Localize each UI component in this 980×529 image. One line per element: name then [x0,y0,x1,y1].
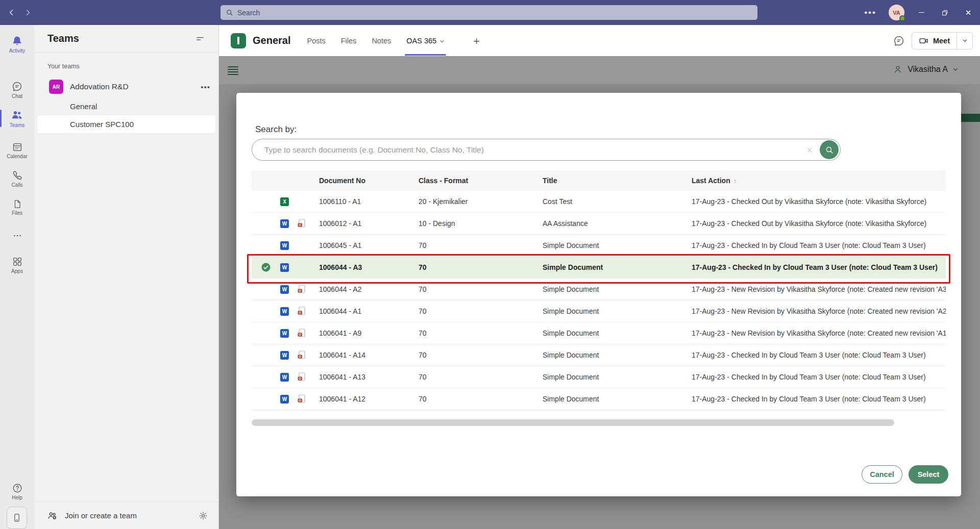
conversation-button[interactable] [892,34,905,47]
search-by-label: Search by: [255,124,297,135]
global-search-box[interactable] [220,5,757,20]
class-format-cell: 70 [419,373,543,381]
class-format-cell: 70 [419,241,543,249]
rail-item-activity[interactable]: Activity [0,31,34,58]
doc-no-cell: 1006110 - A1 [319,197,419,206]
tab-posts[interactable]: Posts [307,25,325,56]
minimize-button[interactable] [910,0,933,25]
last-action-cell: 17-Aug-23 - New Revision by Vikasitha Sk… [692,329,946,337]
rail-item-help[interactable]: Help [0,478,34,505]
titlebar-more-button[interactable]: ••• [857,8,884,18]
rail-item-calendar[interactable]: Calendar [0,137,34,163]
table-row[interactable]: W 1006012 - A1 10 - Design AA Assistance… [252,213,946,235]
table-row[interactable]: W 1006041 - A13 70 Simple Document 17-Au… [252,366,946,388]
select-button[interactable]: Select [909,465,948,484]
presence-available-dot [899,15,905,21]
rail-item-more[interactable] [0,227,34,244]
rail-item-chat[interactable]: Chat [0,77,34,103]
word-file-icon: W [280,395,289,404]
file-icons-cell: W [252,241,319,250]
help-icon [12,483,23,494]
clear-search-icon[interactable]: × [799,145,820,155]
scrollbar-thumb[interactable] [252,419,894,426]
cancel-button[interactable]: Cancel [862,465,902,484]
document-search-box: × [252,139,841,161]
table-row[interactable]: W 1006044 - A1 70 Simple Document 17-Aug… [252,300,946,322]
file-icons-cell: W [252,263,319,272]
meet-options-button[interactable] [957,33,972,49]
title-cell: Simple Document [543,373,692,381]
forward-button[interactable] [19,5,36,21]
table-row[interactable]: W 1006041 - A14 70 Simple Document 17-Au… [252,344,946,366]
column-header-title[interactable]: Title [543,177,692,185]
pdf-file-icon [297,394,306,404]
filter-button[interactable] [193,32,207,46]
file-icons-cell: W [252,329,319,338]
rail-item-teams[interactable]: Teams [0,105,34,132]
pdf-file-icon [297,372,306,382]
table-row[interactable]: W 1006045 - A1 70 Simple Document 17-Aug… [252,235,946,257]
channel-item-general[interactable]: General [37,97,215,115]
column-header-class-format[interactable]: Class - Format [419,177,543,185]
filter-icon [195,34,205,44]
file-icons-cell: W [252,350,319,360]
gear-icon [198,511,208,521]
tab-oas-365[interactable]: OAS 365 [406,25,445,56]
channel-item-customer-spc100[interactable]: Customer SPC100 [37,115,215,133]
doc-no-cell: 1006041 - A13 [319,373,419,381]
meet-split-button: Meet [912,32,973,49]
rail-item-calls[interactable]: Calls [0,165,34,192]
last-action-cell: 17-Aug-23 - New Revision by Vikasitha Sk… [692,285,946,293]
tab-notes[interactable]: Notes [372,25,391,56]
pdf-file-icon [297,219,306,228]
doc-no-cell: 1006041 - A9 [319,329,419,337]
doc-no-cell: 1006044 - A3 [319,263,419,271]
class-format-cell: 70 [419,307,543,315]
file-icons-cell: W [252,285,319,294]
calendar-icon [12,141,23,153]
table-row[interactable]: X 1006110 - A1 20 - Kjemikalier Cost Tes… [252,191,946,213]
search-icon [825,145,834,155]
doc-no-cell: 1006041 - A14 [319,351,419,359]
camera-icon [919,36,929,46]
team-row-addovation[interactable]: AR Addovation R&D ••• [34,76,218,97]
title-cell: Simple Document [543,241,692,249]
document-search-input[interactable] [252,145,799,155]
mobile-app-button[interactable] [7,507,27,529]
back-button[interactable] [3,5,19,21]
class-format-cell: 70 [419,395,543,403]
user-avatar[interactable]: VA [889,5,904,20]
tab-files[interactable]: Files [341,25,357,56]
join-or-create-label[interactable]: Join or create a team [65,511,191,520]
manage-teams-button[interactable] [198,511,208,521]
search-button[interactable] [820,140,839,159]
table-row[interactable]: W 1006041 - A12 70 Simple Document 17-Au… [252,388,946,410]
column-header-document-no[interactable]: Document No [319,177,419,185]
meet-button[interactable]: Meet [912,33,957,49]
teams-sidebar: Teams Your teams AR Addovation R&D ••• G… [34,25,219,529]
channel-header-actions: Meet [892,25,973,56]
column-header-last-action[interactable]: Last Action↑ [692,177,946,185]
maximize-button[interactable] [933,0,957,25]
close-button[interactable]: ✕ [957,0,980,25]
chevron-down-icon [962,38,968,43]
table-row[interactable]: W 1006041 - A9 70 Simple Document 17-Aug… [252,322,946,344]
mobile-device-icon [12,513,22,523]
last-action-cell: 17-Aug-23 - Checked In by Cloud Team 3 U… [692,263,946,271]
rail-item-apps[interactable]: Apps [0,251,34,278]
global-search-input[interactable] [237,9,697,17]
restore-icon [941,9,948,16]
table-row[interactable]: W 1006044 - A3 70 Simple Document 17-Aug… [252,257,946,279]
last-action-cell: 17-Aug-23 - New Revision by Vikasitha Sk… [692,307,946,315]
search-icon [226,9,233,16]
excel-file-icon: X [280,197,289,206]
title-cell: Cost Test [543,197,692,206]
rail-item-files[interactable]: Files [0,194,34,220]
team-more-button[interactable]: ••• [201,83,210,91]
add-tab-button[interactable]: ＋ [471,25,482,56]
title-cell: Simple Document [543,263,692,271]
title-cell: Simple Document [543,395,692,403]
table-row[interactable]: W 1006044 - A2 70 Simple Document 17-Aug… [252,279,946,300]
channel-app-icon [231,33,246,48]
class-format-cell: 70 [419,329,543,337]
